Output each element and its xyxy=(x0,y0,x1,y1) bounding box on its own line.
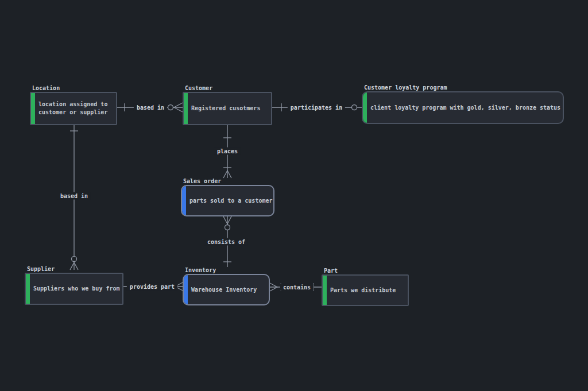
entity-supplier-title: Supplier xyxy=(27,266,55,272)
entity-part[interactable]: Part Parts we distribute xyxy=(322,274,409,306)
entity-inventory-title: Inventory xyxy=(185,267,216,273)
entity-customer-description: Registered cusotmers xyxy=(191,104,268,113)
entity-part-description: Parts we distribute xyxy=(330,287,404,295)
accent-bar xyxy=(26,274,30,304)
relationship-label-consists-of: consists of xyxy=(204,238,248,246)
accent-bar xyxy=(31,93,35,124)
entity-inventory[interactable]: Inventory Warehouse Inventory xyxy=(183,274,270,305)
accent-bar xyxy=(323,276,327,305)
relationship-label-based-in: based in xyxy=(134,104,167,111)
entity-sales-order[interactable]: Sales order parts sold to a customer xyxy=(181,185,274,216)
entity-customer-box[interactable]: Registered cusotmers xyxy=(183,92,272,125)
entity-sales-order-description: parts sold to a customer xyxy=(189,197,270,205)
entity-customer-title: Customer xyxy=(185,85,212,91)
entity-location[interactable]: Location location assigned to customer o… xyxy=(30,92,117,125)
entity-customer-loyalty-program[interactable]: Customer loyalty program client loyalty … xyxy=(362,91,564,124)
entity-supplier-description: Suppliers who we buy from xyxy=(33,285,119,293)
entity-inventory-box[interactable]: Warehouse Inventory xyxy=(183,274,270,305)
entity-part-title: Part xyxy=(324,268,338,274)
entity-location-description: location assigned to customer or supplie… xyxy=(38,100,113,117)
entity-supplier-box[interactable]: Suppliers who we buy from xyxy=(25,273,123,305)
er-diagram-canvas[interactable]: based in participates in places based in… xyxy=(0,0,588,391)
accent-bar xyxy=(182,186,186,215)
entity-supplier[interactable]: Supplier Suppliers who we buy from xyxy=(25,273,123,305)
entity-inventory-description: Warehouse Inventory xyxy=(191,286,265,294)
relationship-label-contains: contains xyxy=(280,284,314,291)
entity-location-title: Location xyxy=(32,85,60,91)
relationship-label-participates-in: participates in xyxy=(288,104,345,111)
accent-bar xyxy=(184,93,188,124)
relationship-label-places: places xyxy=(214,148,241,155)
entity-customer-loyalty-program-title: Customer loyalty program xyxy=(364,84,447,91)
entity-customer-loyalty-program-box[interactable]: client loyalty program with gold, silver… xyxy=(362,91,564,124)
relationship-label-based-in-2: based in xyxy=(57,192,91,200)
entity-sales-order-box[interactable]: parts sold to a customer xyxy=(181,185,274,216)
entity-customer[interactable]: Customer Registered cusotmers xyxy=(183,92,272,125)
accent-bar xyxy=(184,275,188,304)
accent-bar xyxy=(363,92,367,123)
entity-location-box[interactable]: location assigned to customer or supplie… xyxy=(30,92,117,125)
entity-customer-loyalty-program-description: client loyalty program with gold, silver… xyxy=(370,104,559,112)
entity-sales-order-title: Sales order xyxy=(183,178,221,184)
entity-part-box[interactable]: Parts we distribute xyxy=(322,274,409,306)
relationship-label-provides-part: provides part xyxy=(127,283,177,291)
